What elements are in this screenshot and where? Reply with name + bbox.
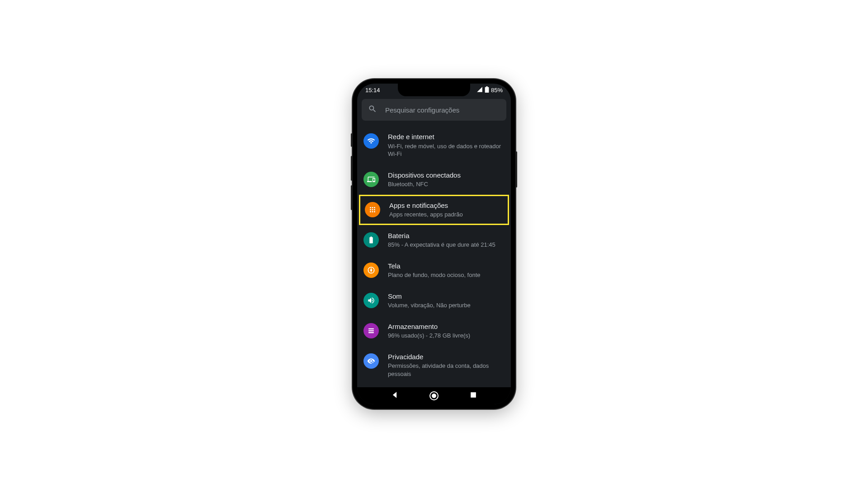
search-bar[interactable]: Pesquisar configurações [362,99,506,121]
search-placeholder: Pesquisar configurações [385,106,459,114]
svg-rect-0 [485,87,489,92]
item-title: Dispositivos conectados [388,171,505,180]
settings-item-sound[interactable]: Som Volume, vibração, Não perturbe [357,286,511,316]
item-text: Dispositivos conectados Bluetooth, NFC [388,171,505,188]
item-text: Rede e internet Wi-Fi, rede móvel, uso d… [388,132,505,158]
phone-side-button [351,133,353,147]
item-title: Armazenamento [388,322,505,331]
status-icons: 85% [476,86,503,94]
settings-list[interactable]: Rede e internet Wi-Fi, rede móvel, uso d… [357,122,511,387]
storage-icon [363,323,379,338]
svg-point-7 [374,209,375,210]
settings-item-apps[interactable]: Apps e notificações Apps recentes, apps … [359,195,509,225]
item-text: Som Volume, vibração, Não perturbe [388,292,505,310]
svg-point-9 [372,211,373,212]
display-icon [363,263,379,278]
phone-side-button [515,151,517,188]
search-icon [368,104,377,115]
svg-rect-1 [486,86,488,87]
settings-item-devices[interactable]: Dispositivos conectados Bluetooth, NFC [357,164,511,195]
item-title: Rede e internet [388,132,505,141]
svg-point-5 [370,209,371,210]
sound-icon [363,293,379,308]
svg-rect-13 [368,330,374,331]
phone-notch [398,84,470,96]
item-subtitle: Plano de fundo, modo ocioso, fonte [388,271,505,279]
svg-rect-14 [368,332,374,333]
apps-icon [365,202,380,217]
item-subtitle: Apps recentes, apps padrão [389,211,503,219]
settings-item-privacy[interactable]: Privacidade Permissões, atividade da con… [357,346,511,385]
svg-point-3 [372,207,373,208]
phone-side-button [351,185,353,210]
privacy-icon [363,353,379,369]
item-subtitle: 85% - A expectativa é que dure até 21:45 [388,241,505,249]
svg-point-4 [374,207,375,208]
signal-icon [476,86,483,94]
item-title: Apps e notificações [389,201,503,210]
item-subtitle: Permissões, atividade da conta, dados pe… [388,362,505,378]
svg-rect-12 [368,328,374,329]
item-text: Bateria 85% - A expectativa é que dure a… [388,231,505,249]
battery-icon [485,86,489,94]
item-text: Armazenamento 96% usado(s) - 2,78 GB liv… [388,322,505,340]
settings-item-display[interactable]: Tela Plano de fundo, modo ocioso, fonte [357,255,511,286]
devices-icon [363,172,379,187]
battery-percent: 85% [491,87,503,94]
item-subtitle: Wi-Fi, rede móvel, uso de dados e rotead… [388,142,505,158]
svg-rect-17 [471,392,476,398]
svg-rect-16 [373,362,373,363]
item-title: Privacidade [388,352,505,361]
settings-item-storage[interactable]: Armazenamento 96% usado(s) - 2,78 GB liv… [357,316,511,346]
item-text: Tela Plano de fundo, modo ocioso, fonte [388,262,505,279]
item-subtitle: Volume, vibração, Não perturbe [388,301,505,310]
settings-item-battery[interactable]: Bateria 85% - A expectativa é que dure a… [357,225,511,255]
svg-point-8 [370,211,371,212]
wifi-icon [363,133,379,149]
navigation-bar [357,387,511,404]
svg-point-2 [370,207,371,208]
svg-point-11 [370,269,373,271]
phone-screen: 15:14 85% Pesquisar configurações Rede e [357,84,511,404]
item-subtitle: 96% usado(s) - 2,78 GB livre(s) [388,332,505,340]
item-title: Som [388,292,505,301]
phone-mockup-frame: 15:14 85% Pesquisar configurações Rede e [353,79,515,409]
item-text: Privacidade Permissões, atividade da con… [388,352,505,378]
svg-point-6 [372,209,373,210]
settings-item-wifi[interactable]: Rede e internet Wi-Fi, rede móvel, uso d… [357,126,511,164]
item-subtitle: Bluetooth, NFC [388,180,505,188]
phone-side-button [351,156,353,181]
nav-home-button[interactable] [429,391,439,400]
item-title: Bateria [388,231,505,240]
battery-icon [363,232,379,248]
svg-point-10 [374,211,375,212]
item-text: Apps e notificações Apps recentes, apps … [389,201,503,219]
nav-recent-button[interactable] [469,390,478,401]
nav-back-button[interactable] [390,390,399,401]
item-title: Tela [388,262,505,271]
status-time: 15:14 [365,87,380,94]
